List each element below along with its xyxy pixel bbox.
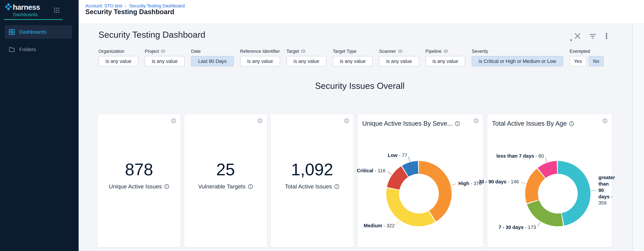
label-connector	[545, 157, 547, 162]
dashboard-title: Security Testing Dashboard	[98, 30, 205, 40]
filter-value-button-pipeline[interactable]: is any value	[425, 56, 465, 66]
slice-label-critical: Critical - 116	[357, 168, 386, 174]
slice-label-less-than-7-days: less than 7 days - 80	[496, 153, 544, 159]
stat-card-unique-active-issues: 878 Unique Active Issues	[98, 114, 180, 247]
label-connector	[396, 221, 400, 225]
filter-target: Targetis any value	[286, 49, 326, 66]
stat-label: Vulnerable Targets	[198, 183, 246, 190]
filter-value-button-reference-identifier[interactable]: is any value	[240, 56, 280, 66]
slice-label-7-30-days: 7 - 30 days - 173	[498, 224, 536, 231]
info-icon[interactable]	[455, 121, 460, 126]
stat-label: Unique Active Issues	[109, 183, 162, 190]
breadcrumb-separator-icon: ›	[125, 3, 126, 9]
dashboards-icon	[9, 29, 15, 35]
filter-value-button-severity[interactable]: is Critical or High or Medium or Low	[472, 56, 563, 66]
link-icon	[444, 49, 448, 54]
info-icon[interactable]	[248, 184, 253, 189]
info-icon[interactable]	[334, 184, 339, 189]
stat-value: 878	[98, 161, 180, 178]
filter-label: Reference Identifier	[240, 49, 280, 54]
chart-title: Unique Active Issues By Seve...	[362, 120, 452, 127]
slice-label-30-90-days: 30 - 90 days - 146	[479, 179, 519, 185]
stat-card-vulnerable-targets: 25 Vulnerable Targets	[184, 114, 267, 247]
filter-reference-identifier: Reference Identifieris any value	[240, 49, 280, 66]
exempted-no-button[interactable]: No	[588, 56, 604, 66]
filter-label: Date	[191, 49, 234, 54]
globe-icon	[257, 118, 263, 124]
close-icon[interactable]	[574, 33, 581, 40]
link-icon	[398, 49, 402, 54]
chart-title: Total Active Issues By Age	[492, 120, 567, 127]
filter-project: Projectis any value	[145, 49, 185, 66]
panel-right-divider	[632, 24, 633, 251]
apps-grid-icon[interactable]	[54, 7, 60, 13]
filter-icon[interactable]	[589, 33, 596, 40]
info-icon[interactable]	[164, 184, 169, 189]
link-icon	[161, 49, 165, 54]
cursor-dot	[570, 39, 572, 41]
label-connector	[538, 222, 540, 227]
filter-scanner: Scanneris any value	[379, 49, 419, 66]
donut-chart-severity: High - 370Medium - 322Critical - 116Low …	[358, 134, 483, 247]
filter-value-button-target[interactable]: is any value	[286, 56, 326, 66]
filter-severity: Severityis Critical or High or Medium or…	[472, 49, 563, 66]
filter-bar: Organizationis any valueProjectis any va…	[98, 49, 610, 66]
filter-exempted: ExemptedYesNo	[570, 49, 604, 66]
filter-value-button-project[interactable]: is any value	[145, 56, 185, 66]
stat-value: 1,092	[271, 161, 354, 178]
top-header: Account: STO test › Security Testing Das…	[78, 0, 644, 24]
sidebar-item-label: Dashboards	[19, 29, 46, 35]
brand-underline	[4, 19, 62, 20]
stat-value: 25	[184, 161, 267, 178]
sidebar-item-dashboards[interactable]: Dashboards	[5, 25, 72, 39]
scrollbar-track[interactable]	[633, 24, 644, 251]
filter-label: Severity	[472, 49, 563, 54]
sidebar-nav: Dashboards Folders	[0, 25, 78, 60]
filter-label: Pipeline	[425, 49, 465, 54]
info-icon[interactable]	[569, 121, 574, 126]
more-menu-icon[interactable]	[603, 33, 610, 40]
link-icon	[301, 49, 306, 54]
breadcrumb-account-link[interactable]: Account: STO test	[85, 3, 122, 8]
globe-icon	[171, 118, 176, 124]
sidebar-item-folders[interactable]: Folders	[5, 43, 72, 56]
filter-label: Target Type	[333, 49, 373, 54]
sidebar-item-label: Folders	[19, 47, 36, 52]
slice-label-high: High - 370	[458, 180, 482, 187]
filter-label: Exempted	[570, 49, 604, 54]
breadcrumb: Account: STO test › Security Testing Das…	[85, 3, 185, 9]
label-connector	[451, 184, 456, 185]
filter-pipeline: Pipelineis any value	[425, 49, 465, 66]
globe-icon	[602, 118, 608, 124]
filter-label: Project	[145, 49, 185, 54]
chart-card-issues-by-age: Total Active Issues By Age greater than …	[487, 114, 612, 247]
dashboard-page: Security Testing Dashboard Organizationi…	[78, 24, 644, 251]
breadcrumb-page-link[interactable]: Security Testing Dashboard	[129, 3, 185, 8]
chart-card-issues-by-severity: Unique Active Issues By Seve... High - 3…	[357, 114, 483, 247]
slice-label-medium: Medium - 322	[364, 223, 395, 229]
brand-product: Dashboards	[13, 12, 38, 17]
harness-logo-icon	[4, 3, 12, 11]
folder-icon	[9, 46, 15, 52]
label-connector	[408, 157, 410, 162]
label-connector	[521, 182, 526, 184]
globe-icon	[344, 118, 350, 124]
filter-label: Organization	[98, 49, 138, 54]
filter-value-button-scanner[interactable]: is any value	[379, 56, 419, 66]
slice-label-low: Low - 77	[388, 152, 407, 159]
stat-card-total-active-issues: 1,092 Total Active Issues	[270, 114, 354, 247]
donut-chart-age: greater than 90 days - 3597 - 30 days - …	[487, 134, 612, 247]
filter-value-button-date[interactable]: Last 90 Days	[191, 56, 234, 66]
filter-label: Target	[286, 49, 326, 54]
globe-icon	[473, 118, 479, 124]
brand-name: harness	[13, 3, 40, 11]
filter-date: DateLast 90 Days	[191, 49, 234, 66]
filter-value-button-target-type[interactable]: is any value	[333, 56, 373, 66]
slice-label-greater-than-90-days: greater than 90 days - 359	[598, 175, 615, 206]
filter-target-type: Target Typeis any value	[333, 49, 373, 66]
label-connector	[591, 191, 596, 191]
page-title: Security Testing Dashboard	[85, 8, 174, 16]
exempted-yes-button[interactable]: Yes	[570, 56, 586, 66]
section-title: Security Issues Overall	[98, 81, 622, 91]
filter-value-button-organization[interactable]: is any value	[98, 56, 138, 66]
